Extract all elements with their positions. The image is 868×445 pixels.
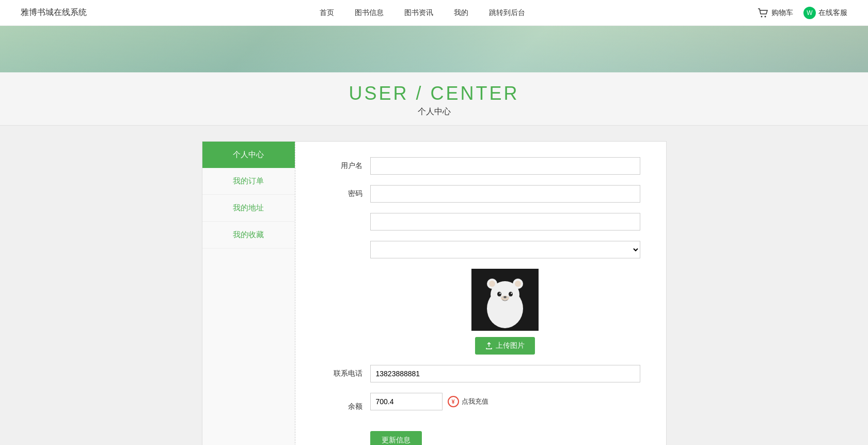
sidebar-item-my-favorites[interactable]: 我的收藏 (202, 222, 295, 249)
svg-point-7 (489, 281, 495, 287)
cart-button[interactable]: 购物车 (757, 8, 793, 18)
svg-point-17 (503, 297, 504, 298)
banner-overlay (0, 26, 868, 72)
sidebar: 个人中心 我的订单 我的地址 我的收藏 (202, 142, 295, 445)
svg-point-9 (497, 292, 501, 297)
password-label: 密码 (321, 189, 362, 198)
yuan-icon: ¥ (448, 396, 459, 407)
service-label: 在线客服 (818, 8, 847, 18)
balance-section: ¥ 点我充值 (370, 393, 488, 410)
main-nav: 首页 图书信息 图书资讯 我的 跳转到后台 (320, 8, 525, 18)
confirm-password-input[interactable] (370, 213, 640, 231)
password-row: 密码 (321, 185, 640, 203)
nav-home[interactable]: 首页 (320, 8, 334, 18)
gender-row: 男 女 (370, 241, 640, 258)
svg-point-15 (500, 296, 501, 297)
upload-icon (485, 342, 493, 349)
update-info-button[interactable]: 更新信息 (370, 431, 422, 445)
svg-point-12 (511, 293, 512, 294)
nav-admin[interactable]: 跳转到后台 (489, 8, 525, 18)
nav-mine[interactable]: 我的 (454, 8, 468, 18)
balance-label: 余额 (321, 402, 362, 411)
content-wrapper: 个人中心 我的订单 我的地址 我的收藏 用户名 密码 (202, 141, 667, 445)
gender-select[interactable]: 男 女 (370, 241, 640, 258)
svg-point-8 (515, 281, 521, 287)
wechat-icon: W (803, 7, 816, 19)
phone-input[interactable] (370, 365, 640, 382)
balance-input[interactable] (370, 393, 443, 410)
upload-image-button[interactable]: 上传图片 (475, 337, 535, 355)
username-row: 用户名 (321, 157, 640, 175)
page-title-en: USER / CENTER (0, 83, 868, 104)
form-area: 用户名 密码 男 女 (295, 142, 666, 445)
upload-label: 上传图片 (496, 341, 525, 350)
recharge-label: 点我充值 (462, 397, 488, 406)
username-input[interactable] (370, 157, 640, 175)
online-service-button[interactable]: W 在线客服 (803, 7, 847, 19)
svg-point-11 (499, 293, 500, 294)
svg-point-18 (506, 297, 507, 298)
sidebar-item-my-orders[interactable]: 我的订单 (202, 168, 295, 195)
phone-label: 联系电话 (321, 369, 362, 378)
banner (0, 26, 868, 72)
header: 雅博书城在线系统 首页 图书信息 图书资讯 我的 跳转到后台 购物车 W 在线客… (0, 0, 868, 26)
phone-row: 联系电话 (321, 365, 640, 382)
sidebar-item-personal-center[interactable]: 个人中心 (202, 142, 295, 168)
svg-point-16 (502, 297, 503, 298)
svg-point-0 (761, 16, 763, 17)
nav-book-news[interactable]: 图书资讯 (404, 8, 433, 18)
confirm-password-row (370, 213, 640, 231)
sidebar-item-my-address[interactable]: 我的地址 (202, 195, 295, 222)
cart-label: 购物车 (771, 8, 793, 18)
svg-point-10 (509, 292, 513, 297)
page-title-section: USER / CENTER 个人中心 (0, 72, 868, 126)
recharge-button[interactable]: ¥ 点我充值 (448, 396, 488, 407)
avatar-preview (471, 269, 539, 331)
svg-point-19 (507, 297, 508, 298)
username-label: 用户名 (321, 161, 362, 171)
avatar-section: 上传图片 (370, 269, 640, 355)
header-right: 购物车 W 在线客服 (757, 7, 847, 19)
site-logo: 雅博书城在线系统 (21, 7, 87, 18)
password-input[interactable] (370, 185, 640, 203)
cart-icon (757, 8, 769, 18)
svg-point-1 (765, 16, 766, 17)
balance-row: 余额 ¥ 点我充值 (321, 393, 640, 421)
svg-point-20 (509, 296, 510, 297)
main-content: 个人中心 我的订单 我的地址 我的收藏 用户名 密码 (0, 126, 868, 445)
nav-book-info[interactable]: 图书信息 (355, 8, 384, 18)
page-title-cn: 个人中心 (0, 106, 868, 117)
bear-avatar (477, 271, 533, 328)
